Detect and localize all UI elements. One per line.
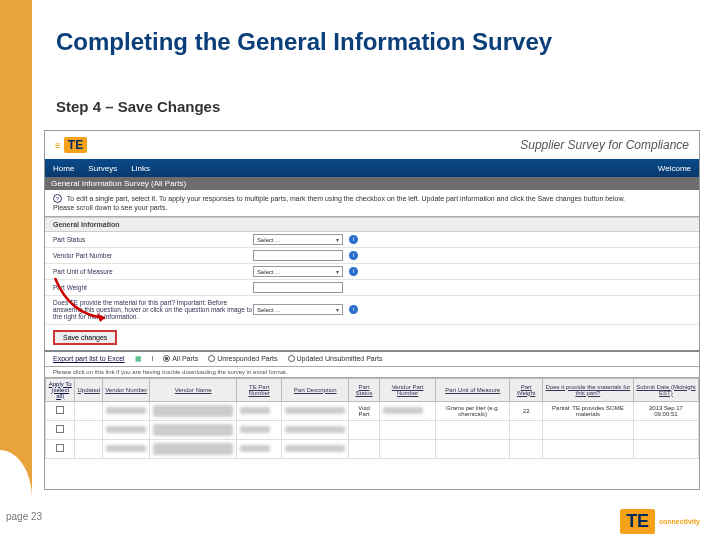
table-row[interactable]: Void Part Grams per liter (e.g. chemical… [46, 401, 699, 420]
col-submit-date[interactable]: Submit Date (Midnight EST) [633, 378, 698, 401]
table-row[interactable] [46, 420, 699, 439]
info-icon[interactable]: i [152, 355, 154, 362]
row-checkbox[interactable] [56, 406, 64, 414]
nav-bar: Home Surveys Links Welcome [45, 159, 699, 177]
col-weight[interactable]: Part Weight [510, 378, 542, 401]
parts-table: Apply To(select all) Updated Vendor Numb… [45, 378, 699, 459]
radio-unresponded[interactable]: Unresponded Parts [208, 355, 277, 362]
excel-icon: ▦ [135, 355, 142, 363]
te-logo-box: TE [620, 509, 655, 534]
col-part-status[interactable]: Part Status [349, 378, 380, 401]
label-part-weight: Part Weight [53, 284, 253, 291]
survey-title-bar: General Information Survey (All Parts) [45, 177, 699, 190]
help-icon[interactable]: ? [53, 194, 62, 203]
radio-all-parts[interactable]: All Parts [163, 355, 198, 362]
screenshot-frame: ≡ TE Supplier Survey for Compliance Home… [44, 130, 700, 490]
app-header-title: Supplier Survey for Compliance [520, 138, 689, 152]
info-icon[interactable]: i [349, 267, 358, 276]
save-changes-button[interactable]: Save changes [53, 330, 117, 345]
input-vendor-part-number[interactable] [253, 250, 343, 261]
col-apply-to[interactable]: Apply To(select all) [46, 378, 75, 401]
col-unit[interactable]: Part Unit of Measure [436, 378, 510, 401]
input-part-weight[interactable] [253, 282, 343, 293]
nav-surveys[interactable]: Surveys [88, 164, 117, 173]
label-unit-measure: Part Unit of Measure [53, 268, 253, 275]
col-te-part[interactable]: TE Part Number [237, 378, 282, 401]
row-checkbox[interactable] [56, 444, 64, 452]
col-updated[interactable]: Updated [75, 378, 103, 401]
section-general-info: General Information [45, 217, 699, 232]
info-icon[interactable]: i [349, 305, 358, 314]
export-hint: Please click on this link if you are hav… [45, 367, 699, 378]
row-checkbox[interactable] [56, 425, 64, 433]
app-logo: ≡ TE [55, 137, 87, 153]
slide-subtitle: Step 4 – Save Changes [56, 98, 220, 115]
nav-welcome: Welcome [658, 164, 691, 173]
table-row[interactable] [46, 439, 699, 458]
label-te-provide: Does TE provide the material for this pa… [53, 299, 253, 320]
radio-updated[interactable]: Updated Unsubmitted Parts [288, 355, 383, 362]
label-vendor-part-number: Vendor Part Number [53, 252, 253, 259]
instructions: ? To edit a single part, select it. To a… [45, 190, 699, 217]
select-part-status[interactable]: Select ... [253, 234, 343, 245]
col-vendor-part[interactable]: Vendor Part Number [380, 378, 436, 401]
export-excel-link[interactable]: Export part list to Excel [53, 355, 125, 362]
footer-te-logo: TE connectivity [620, 509, 700, 534]
info-icon[interactable]: i [349, 235, 358, 244]
slide-title: Completing the General Information Surve… [56, 28, 552, 56]
select-te-provide[interactable]: Select ... [253, 304, 343, 315]
col-provide[interactable]: Does it provide the materials for this p… [542, 378, 633, 401]
label-part-status: Part Status [53, 236, 253, 243]
info-icon[interactable]: i [349, 251, 358, 260]
col-part-desc[interactable]: Part Description [282, 378, 349, 401]
col-vendor-name[interactable]: Vendor Name [150, 378, 237, 401]
col-vendor-number[interactable]: Vendor Number [103, 378, 150, 401]
select-unit-measure[interactable]: Select ... [253, 266, 343, 277]
nav-links[interactable]: Links [131, 164, 150, 173]
page-number: page 23 [6, 511, 42, 522]
te-logo-tag: connectivity [659, 518, 700, 525]
nav-home[interactable]: Home [53, 164, 74, 173]
